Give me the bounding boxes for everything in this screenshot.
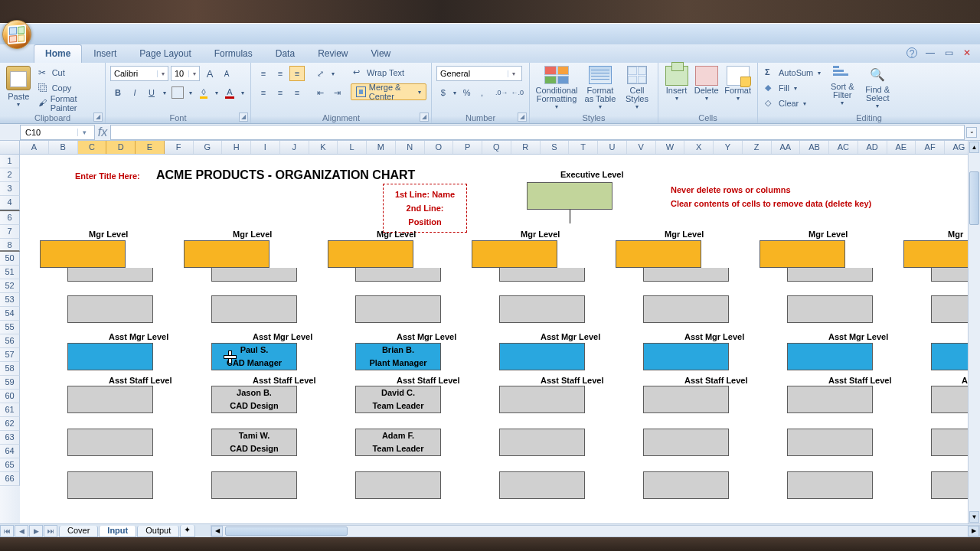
col-header-R[interactable]: R (511, 141, 541, 154)
chevron-down-icon[interactable]: ▾ (188, 70, 199, 77)
underline-button[interactable]: U (144, 85, 159, 100)
col-header-L[interactable]: L (338, 141, 367, 154)
bold-button[interactable]: B (110, 85, 126, 100)
scroll-thumb[interactable] (225, 527, 348, 536)
office-button[interactable] (2, 20, 31, 49)
tab-formulas[interactable]: Formulas (203, 44, 264, 63)
row-header-3[interactable]: 3 (0, 182, 20, 196)
col-header-A[interactable]: A (20, 141, 49, 154)
sort-filter-button[interactable]: Sort & Filter▾ (826, 66, 858, 111)
row-header-61[interactable]: 61 (0, 403, 20, 417)
italic-button[interactable]: I (127, 85, 142, 100)
sheet-tab-input[interactable]: Input (99, 526, 136, 537)
row-header-8[interactable]: 8 (0, 239, 20, 252)
decrease-indent-button[interactable]: ⇤ (312, 85, 328, 100)
first-sheet-button[interactable]: ⏮ (0, 525, 14, 537)
close-workbook-icon[interactable]: ✕ (962, 47, 972, 58)
col-header-G[interactable]: G (194, 141, 223, 154)
mgr-box[interactable] (40, 240, 126, 268)
staff-box[interactable] (787, 429, 873, 456)
sheet-tab-output[interactable]: Output (137, 526, 179, 537)
column-headers[interactable]: ABCDEFGHIJKLMNOPQRSTUVWXYZAAABACADAEAFAG (20, 141, 974, 155)
vertical-scrollbar[interactable]: ▲ ▼ (968, 141, 980, 523)
font-color-button[interactable]: A (222, 85, 237, 100)
scroll-up-button[interactable]: ▲ (969, 142, 979, 153)
align-middle-button[interactable]: ≡ (273, 66, 288, 81)
tab-insert[interactable]: Insert (82, 44, 128, 63)
autosum-button[interactable]: AutoSum▾ (763, 66, 823, 80)
staff-box[interactable] (643, 295, 729, 323)
number-format-combo[interactable]: ▾ (436, 66, 522, 81)
col-header-F[interactable]: F (165, 141, 194, 154)
alignment-launcher[interactable]: ◢ (420, 112, 429, 122)
number-launcher[interactable]: ◢ (518, 112, 527, 122)
cells-area[interactable]: Enter Title Here: ACME PRODUCTS - ORGANI… (20, 155, 974, 523)
asst-mgr-box[interactable]: Brian B. Plant Manager (355, 343, 441, 370)
staff-box[interactable] (643, 471, 729, 499)
col-header-Y[interactable]: Y (714, 141, 743, 154)
col-header-B[interactable]: B (49, 141, 78, 154)
col-header-D[interactable]: D (106, 141, 136, 154)
col-header-X[interactable]: X (684, 141, 714, 154)
row-header-62[interactable]: 62 (0, 417, 20, 431)
row-header-51[interactable]: 51 (0, 266, 20, 279)
row-header-52[interactable]: 52 (0, 279, 20, 293)
staff-box[interactable] (499, 295, 585, 323)
tab-view[interactable]: View (359, 44, 402, 63)
staff-box[interactable] (787, 471, 873, 499)
format-painter-button[interactable]: Format Painter (36, 96, 100, 110)
col-header-J[interactable]: J (280, 141, 309, 154)
mgr-box[interactable] (903, 240, 974, 268)
staff-box[interactable] (211, 295, 297, 323)
col-header-O[interactable]: O (425, 141, 454, 154)
row-header-64[interactable]: 64 (0, 445, 20, 458)
restore-window-icon[interactable]: ▭ (943, 47, 954, 58)
copy-button[interactable]: Copy (36, 81, 100, 95)
asst-mgr-box[interactable] (499, 343, 585, 370)
mgr-box[interactable] (328, 240, 413, 268)
col-header-Z[interactable]: Z (743, 141, 772, 154)
align-right-button[interactable]: ≡ (289, 85, 305, 100)
percent-button[interactable]: % (460, 85, 474, 100)
col-header-AB[interactable]: AB (800, 141, 829, 154)
horizontal-scrollbar[interactable]: ◀ ▶ (211, 525, 980, 537)
conditional-formatting-button[interactable]: Conditional Formatting▾ (534, 66, 579, 111)
fill-button[interactable]: Fill▾ (763, 81, 823, 95)
fill-color-button[interactable]: ◊ (196, 85, 211, 100)
next-sheet-button[interactable]: ▶ (29, 525, 43, 537)
col-header-M[interactable]: M (367, 141, 396, 154)
staff-box[interactable]: Tami W. CAD Design (211, 429, 297, 456)
row-header-58[interactable]: 58 (0, 362, 20, 376)
scroll-thumb[interactable] (969, 171, 979, 225)
tab-home[interactable]: Home (34, 44, 82, 63)
staff-box[interactable]: Adam F. Team Leader (355, 429, 441, 456)
row-header-7[interactable]: 7 (0, 225, 20, 239)
row-header-50[interactable]: 50 (0, 252, 20, 266)
mgr-box[interactable] (616, 240, 701, 268)
align-center-button[interactable]: ≡ (273, 85, 288, 100)
name-box[interactable]: ▾ (20, 125, 95, 140)
chart-title[interactable]: ACME PRODUCTS - ORGANIZATION CHART (156, 168, 415, 182)
col-header-K[interactable]: K (309, 141, 338, 154)
mgr-box[interactable] (760, 240, 845, 268)
cut-button[interactable]: Cut (36, 66, 100, 80)
font-size-combo[interactable]: ▾ (171, 66, 200, 81)
mgr-box[interactable] (472, 240, 557, 268)
chevron-down-icon[interactable]: ▾ (508, 70, 518, 77)
increase-decimal-button[interactable]: .0→ (495, 85, 509, 100)
col-header-U[interactable]: U (598, 141, 627, 154)
asst-mgr-box[interactable] (643, 343, 729, 370)
font-name-combo[interactable]: ▾ (110, 66, 168, 81)
asst-mgr-box[interactable] (67, 343, 153, 370)
col-header-N[interactable]: N (396, 141, 425, 154)
col-header-S[interactable]: S (541, 141, 570, 154)
col-header-W[interactable]: W (656, 141, 685, 154)
orientation-button[interactable]: ⤢ (312, 66, 328, 81)
mgr-box[interactable] (184, 240, 270, 268)
paste-button[interactable]: Paste ▾ (5, 66, 33, 111)
staff-box[interactable] (211, 268, 297, 282)
format-cells-button[interactable]: Format▾ (723, 66, 753, 111)
col-header-T[interactable]: T (569, 141, 598, 154)
col-header-AE[interactable]: AE (887, 141, 916, 154)
accounting-format-button[interactable]: $ (436, 85, 450, 100)
